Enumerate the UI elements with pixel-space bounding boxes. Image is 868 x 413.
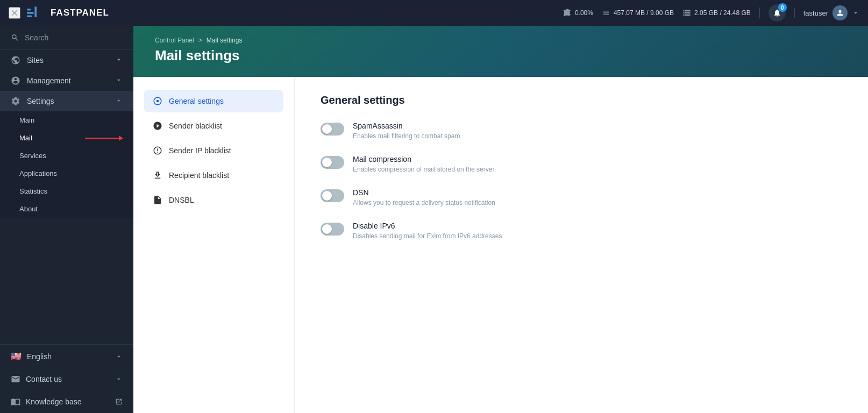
nav-recipient-blacklist[interactable]: Recipient blacklist [144, 164, 283, 187]
submenu-item-applications[interactable]: Applications [0, 165, 133, 182]
toggle-spamassassin-wrap [321, 123, 344, 136]
disable-ipv6-label: Disable IPv6 [353, 222, 502, 230]
logo: FASTPANEL [27, 6, 109, 19]
toggle-mail-compression[interactable] [321, 156, 344, 169]
submenu-item-statistics[interactable]: Statistics [0, 182, 133, 200]
mail-compression-desc: Enables compression of mail stored on th… [353, 166, 494, 173]
mail-compression-info: Mail compression Enables compression of … [353, 155, 494, 173]
services-label: Services [19, 152, 46, 160]
svg-rect-0 [27, 9, 31, 11]
management-icon [11, 76, 20, 86]
left-panel: General settings Sender blacklist Sender… [133, 77, 295, 413]
divider [759, 8, 760, 18]
close-button[interactable] [9, 7, 20, 19]
general-settings-label: General settings [169, 97, 224, 105]
statistics-label: Statistics [19, 187, 47, 195]
toggle-spamassassin[interactable] [321, 123, 344, 136]
username: fastuser [803, 9, 828, 17]
topbar-right: 0.00% 457.07 MB / 9.00 GB 2.05 GB / 24.4… [563, 4, 859, 22]
topbar-left: FASTPANEL [9, 6, 109, 19]
search-label: Search [25, 33, 48, 42]
cpu-value: 0.00% [575, 9, 593, 17]
sidebar-item-management[interactable]: Management [0, 70, 133, 91]
disk-value: 2.05 GB / 24.48 GB [694, 9, 751, 17]
settings-item-left: Settings [11, 96, 54, 106]
search-section[interactable]: Search [0, 26, 133, 50]
setting-mail-compression: Mail compression Enables compression of … [321, 155, 842, 173]
disable-ipv6-desc: Disables sending mail for Exim from IPv6… [353, 232, 502, 240]
sidebar: Search Sites Management Settings [0, 26, 133, 413]
language-label: English [27, 352, 52, 361]
setting-spamassassin: SpamAssassin Enables mail filtering to c… [321, 122, 842, 140]
user-menu[interactable]: fastuser [803, 5, 859, 20]
notifications-button[interactable]: 0 [769, 4, 786, 22]
divider2 [794, 8, 795, 18]
management-item-left: Management [11, 76, 71, 86]
sidebar-item-settings[interactable]: Settings [0, 91, 133, 111]
nav-general-settings[interactable]: General settings [144, 90, 283, 112]
nav-sender-ip-blacklist[interactable]: Sender IP blacklist [144, 139, 283, 162]
submenu-item-mail[interactable]: Mail [0, 129, 133, 147]
content-area: Control Panel > Mail settings Mail setti… [133, 26, 868, 413]
toggle-mail-compression-wrap [321, 156, 344, 169]
language-selector[interactable]: 🇺🇸 English [0, 345, 133, 368]
settings-chevron-icon [115, 97, 123, 106]
svg-rect-3 [34, 6, 37, 17]
contact-chevron-icon [115, 375, 123, 383]
user-avatar [833, 5, 848, 20]
management-chevron-icon [115, 76, 123, 86]
sender-blacklist-label: Sender blacklist [169, 122, 222, 130]
kb-icon [11, 397, 20, 407]
svg-point-4 [156, 100, 159, 103]
submenu-item-services[interactable]: Services [0, 147, 133, 165]
logo-icon [27, 6, 46, 19]
setting-dsn: DSN Allows you to request a delivery sta… [321, 188, 842, 206]
search-input[interactable]: Search [11, 33, 123, 42]
applications-label: Applications [19, 169, 57, 177]
main-content: General settings Sender blacklist Sender… [133, 77, 868, 413]
setting-disable-ipv6: Disable IPv6 Disables sending mail for E… [321, 222, 842, 240]
page-title: Mail settings [155, 47, 846, 64]
language-left: 🇺🇸 English [11, 351, 52, 361]
knowledge-base[interactable]: Knowledge base [0, 390, 133, 413]
disk-stat: 2.05 GB / 24.48 GB [682, 9, 751, 17]
logo-text: FASTPANEL [51, 8, 109, 18]
nav-sender-blacklist[interactable]: Sender blacklist [144, 115, 283, 137]
about-label: About [19, 205, 38, 213]
sites-label: Sites [27, 56, 44, 65]
settings-section-title: General settings [321, 94, 842, 106]
dsn-desc: Allows you to request a delivery status … [353, 199, 495, 206]
spamassassin-info: SpamAssassin Enables mail filtering to c… [353, 122, 460, 140]
ram-value: 457.07 MB / 9.00 GB [614, 9, 674, 17]
submenu-item-main[interactable]: Main [0, 111, 133, 129]
language-chevron-icon [115, 353, 123, 360]
dnsbl-label: DNSBL [169, 196, 194, 204]
user-chevron-icon [852, 9, 859, 17]
settings-icon [11, 96, 20, 106]
mail-compression-label: Mail compression [353, 155, 494, 163]
spamassassin-desc: Enables mail filtering to combat spam [353, 132, 460, 140]
contact-us[interactable]: Contact us [0, 368, 133, 390]
sites-item-left: Sites [11, 55, 44, 65]
topbar: FASTPANEL 0.00% 457.07 MB / 9.00 GB 2.05… [0, 0, 868, 26]
toggle-dsn-wrap [321, 189, 344, 202]
svg-rect-1 [27, 12, 34, 14]
disable-ipv6-info: Disable IPv6 Disables sending mail for E… [353, 222, 502, 240]
page-header: Control Panel > Mail settings Mail setti… [133, 26, 868, 77]
sidebar-item-sites[interactable]: Sites [0, 50, 133, 70]
submenu-item-about[interactable]: About [0, 200, 133, 218]
settings-label: Settings [27, 97, 54, 105]
flag-icon: 🇺🇸 [11, 351, 22, 361]
management-label: Management [27, 76, 71, 85]
nav-dnsbl[interactable]: DNSBL [144, 189, 283, 211]
toggle-disable-ipv6-wrap [321, 223, 344, 236]
dsn-label: DSN [353, 188, 495, 197]
toggle-disable-ipv6[interactable] [321, 223, 344, 236]
contact-label: Contact us [26, 375, 62, 383]
ram-stat: 457.07 MB / 9.00 GB [602, 9, 674, 17]
breadcrumb-parent[interactable]: Control Panel [155, 37, 194, 44]
toggle-dsn[interactable] [321, 189, 344, 202]
notification-badge: 0 [778, 3, 787, 12]
main-layout: Search Sites Management Settings [0, 26, 868, 413]
recipient-blacklist-icon [153, 170, 162, 180]
